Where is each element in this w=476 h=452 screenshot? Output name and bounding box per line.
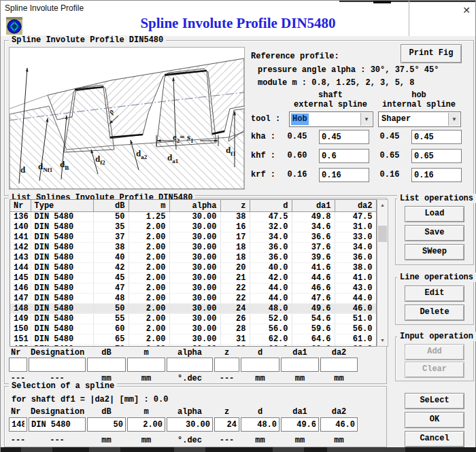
table-cell[interactable]: 44.0 — [335, 294, 376, 304]
table-cell[interactable]: 48.0 — [250, 304, 292, 314]
table-cell[interactable]: 47.5 — [335, 212, 376, 222]
table-cell[interactable]: 143 — [10, 253, 31, 263]
table-row[interactable]: 149DIN 5480552.0030.002652.054.651.0 — [10, 314, 376, 324]
table-row[interactable]: 143DIN 5480402.0030.001836.039.636.0 — [10, 253, 376, 263]
table-cell[interactable]: 2.00 — [129, 273, 169, 283]
table-cell[interactable]: 38 — [220, 212, 250, 222]
table-cell[interactable]: 30.00 — [169, 222, 220, 232]
table-cell[interactable]: 64.6 — [292, 334, 335, 345]
table-cell[interactable]: 2.00 — [129, 334, 169, 345]
spline-input-field[interactable] — [167, 358, 213, 372]
table-cell[interactable]: 30.00 — [169, 345, 220, 347]
table-cell[interactable]: 70 — [93, 345, 129, 347]
table-cell[interactable]: DIN 5480 — [31, 294, 93, 304]
table-cell[interactable]: 30.00 — [169, 263, 220, 273]
spline-input-field[interactable] — [320, 358, 358, 372]
table-cell[interactable]: 17 — [220, 232, 250, 243]
clear-button[interactable]: Clear — [405, 362, 464, 378]
table-cell[interactable]: 2.00 — [129, 304, 169, 314]
table-cell[interactable]: 150 — [10, 324, 31, 334]
table-cell[interactable]: 34.0 — [250, 232, 292, 243]
print-fig-button[interactable]: Print Fig — [401, 44, 462, 63]
table-cell[interactable]: 22 — [220, 294, 250, 304]
table-row[interactable]: 147DIN 5480482.0030.002244.047.644.0 — [10, 294, 376, 304]
spline-input-field[interactable] — [29, 358, 86, 372]
scrollbar-thumb[interactable] — [378, 226, 387, 242]
table-cell[interactable]: 145 — [10, 273, 31, 283]
coefficient-input[interactable] — [319, 168, 369, 182]
scroll-down-icon[interactable]: ▼ — [377, 335, 388, 346]
table-cell[interactable]: 38 — [93, 243, 129, 253]
table-cell[interactable]: 45 — [93, 273, 129, 283]
table-cell[interactable]: 33 — [220, 345, 250, 347]
table-cell[interactable]: 54.6 — [292, 314, 335, 324]
table-cell[interactable]: 69.6 — [292, 345, 335, 347]
table-cell[interactable]: 41.0 — [335, 273, 376, 283]
selected-spline-value[interactable] — [214, 417, 239, 432]
table-cell[interactable]: 30.00 — [169, 304, 220, 314]
table-cell[interactable]: 28 — [220, 324, 250, 334]
table-cell[interactable]: 42.0 — [250, 273, 292, 283]
table-cell[interactable]: 30.00 — [169, 253, 220, 263]
table-cell[interactable]: 46.6 — [292, 283, 335, 294]
selected-spline-value[interactable] — [167, 417, 213, 432]
table-cell[interactable]: 26 — [220, 314, 250, 324]
table-cell[interactable]: DIN 5480 — [31, 345, 93, 347]
edit-button[interactable]: Edit — [405, 285, 464, 302]
table-cell[interactable]: 40 — [93, 253, 129, 263]
table-cell[interactable]: 30.00 — [169, 212, 220, 222]
table-cell[interactable]: 43.0 — [335, 283, 376, 294]
table-cell[interactable]: 30.00 — [169, 324, 220, 334]
table-cell[interactable]: DIN 5480 — [31, 314, 93, 324]
table-cell[interactable]: 39.6 — [292, 253, 335, 263]
table-row[interactable]: 148DIN 5480502.0030.002448.049.646.0 — [10, 304, 376, 314]
chevron-down-icon[interactable]: ▼ — [448, 113, 460, 126]
table-cell[interactable]: 46.0 — [335, 304, 376, 314]
coefficient-input[interactable] — [411, 168, 462, 182]
table-cell[interactable]: 47 — [93, 283, 129, 294]
table-cell[interactable]: 65 — [93, 334, 129, 345]
save-button[interactable]: Save — [405, 225, 464, 241]
table-cell[interactable]: 61.0 — [335, 334, 376, 345]
table-cell[interactable]: 152 — [10, 345, 31, 347]
table-cell[interactable]: 18 — [220, 253, 250, 263]
table-cell[interactable]: 18 — [220, 243, 250, 253]
table-cell[interactable]: 56.0 — [335, 324, 376, 334]
table-cell[interactable]: 36.0 — [335, 253, 376, 263]
table-cell[interactable]: 32.0 — [250, 222, 292, 232]
delete-button[interactable]: Delete — [405, 305, 464, 321]
table-cell[interactable]: 136 — [10, 212, 31, 222]
table-cell[interactable]: 31.0 — [335, 222, 376, 232]
table-cell[interactable]: 51.0 — [335, 314, 376, 324]
table-cell[interactable]: 30.00 — [169, 232, 220, 243]
selected-spline-value[interactable] — [127, 417, 165, 432]
add-button[interactable]: Add — [405, 344, 464, 360]
table-cell[interactable]: 1.25 — [129, 212, 169, 222]
table-row[interactable]: 144DIN 5480422.0030.002040.041.638.0 — [10, 263, 376, 273]
spline-input-field[interactable] — [87, 358, 126, 372]
chevron-down-icon[interactable]: ▼ — [360, 113, 372, 126]
table-cell[interactable]: DIN 5480 — [31, 253, 93, 263]
coefficient-input[interactable] — [319, 149, 369, 163]
table-cell[interactable]: 48 — [93, 294, 129, 304]
table-cell[interactable]: 2.00 — [129, 294, 169, 304]
table-cell[interactable]: 35 — [93, 222, 129, 232]
table-cell[interactable]: DIN 5480 — [31, 243, 93, 253]
selected-spline-value[interactable] — [241, 417, 279, 432]
table-cell[interactable]: DIN 5480 — [31, 334, 93, 345]
table-cell[interactable]: 49.6 — [292, 304, 335, 314]
table-cell[interactable]: DIN 5480 — [31, 222, 93, 232]
table-cell[interactable]: 2.00 — [129, 314, 169, 324]
selected-spline-value[interactable] — [9, 417, 27, 432]
table-cell[interactable]: 30.00 — [169, 283, 220, 294]
table-cell[interactable]: 30.00 — [169, 294, 220, 304]
spline-input-field[interactable] — [214, 358, 239, 372]
table-cell[interactable]: 146 — [10, 283, 31, 294]
table-cell[interactable]: 47.6 — [292, 294, 335, 304]
spline-input-field[interactable] — [241, 358, 279, 372]
ok-button[interactable]: OK — [405, 412, 464, 428]
table-cell[interactable]: 36.0 — [250, 253, 292, 263]
table-cell[interactable]: 2.00 — [129, 243, 169, 253]
table-cell[interactable]: 21 — [220, 273, 250, 283]
table-cell[interactable]: 24 — [220, 304, 250, 314]
